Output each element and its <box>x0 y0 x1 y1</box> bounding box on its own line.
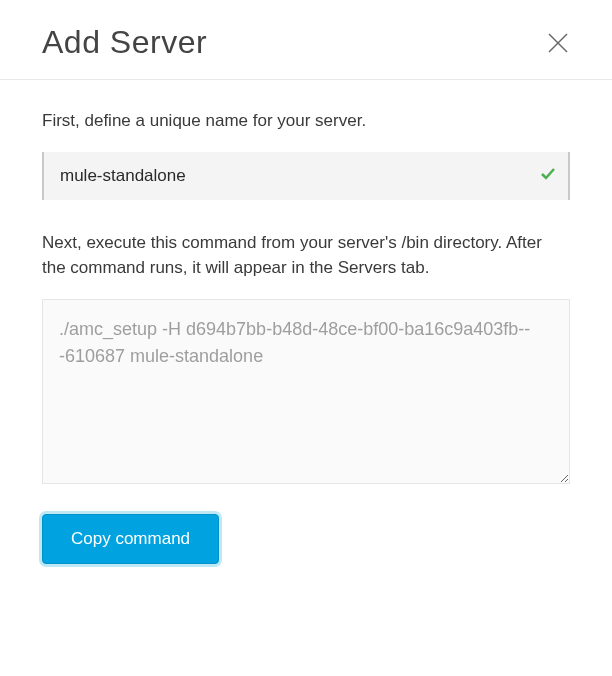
command-textarea[interactable] <box>42 299 570 484</box>
instruction-execute-command: Next, execute this command from your ser… <box>42 230 570 281</box>
dialog-header: Add Server <box>0 0 612 80</box>
close-icon[interactable] <box>546 31 570 55</box>
dialog-title: Add Server <box>42 24 207 61</box>
dialog-content: First, define a unique name for your ser… <box>0 80 612 592</box>
server-name-input[interactable] <box>42 152 570 200</box>
server-name-field-wrapper <box>42 152 570 200</box>
valid-check-icon <box>540 167 556 185</box>
instruction-define-name: First, define a unique name for your ser… <box>42 108 570 134</box>
copy-command-button[interactable]: Copy command <box>42 514 219 564</box>
